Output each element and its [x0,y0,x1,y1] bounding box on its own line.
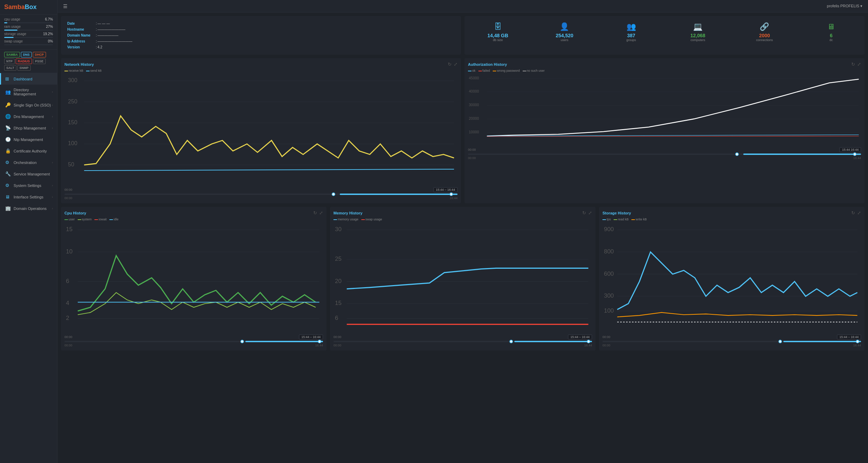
ifset-icon: 🖥 [5,194,11,199]
svg-text:6: 6 [66,278,69,284]
badge-salt[interactable]: SALT [4,65,16,71]
service-badges: SAMBA DNS DHCP NTP RADIUS PSSE SALT SNMP [0,50,57,73]
sysset-icon: ⚙ [5,183,11,188]
auth-bottom-time: 00:00 16:44 [468,156,861,160]
cpu-slider[interactable] [64,341,323,342]
cpu-slider-thumb-left[interactable] [240,340,244,343]
storage-stat-row: storage usage 19.2% [4,32,53,36]
network-legend-receive: receive kB [64,69,83,72]
info-row-version: Version : 4.2 [67,45,132,50]
nav-sso[interactable]: 🔑 Single Sign On (SSO) › [0,99,57,111]
cpu-expand-icon[interactable]: ⤢ [319,210,323,215]
info-key-domain: Domain Name [67,33,95,38]
memory-expand-icon[interactable]: ⤢ [588,210,592,215]
network-legend: receive kB send kB [64,69,458,72]
users-label: users [561,38,568,42]
memory-slider[interactable] [333,341,592,342]
network-refresh-icon[interactable]: ↻ [448,62,452,67]
badge-dhcp[interactable]: DHCP [33,52,46,57]
badge-samba[interactable]: SAMBA [4,52,20,57]
memory-slider-thumb-left[interactable] [509,340,513,343]
dbsize-icon: 🗄 [494,22,502,31]
network-slider-thumb-left[interactable] [332,193,335,196]
metric-dc: 🖥 6 dc [798,19,865,45]
nav-domops[interactable]: 🏢 Domain Operations › [0,203,57,214]
network-expand-icon[interactable]: ⤢ [454,62,458,67]
auth-slider[interactable] [468,154,861,155]
logo-box: Box [25,3,37,10]
cpu-refresh-icon[interactable]: ↻ [313,210,317,215]
svg-text:600: 600 [604,270,614,277]
storage-refresh-icon[interactable]: ↻ [851,210,855,215]
storage-chart-actions: ↻ ⤢ [851,210,861,215]
nav-ntp[interactable]: 🕐 Ntp Management [0,134,57,145]
storage-slider-thumb-left[interactable] [778,340,782,343]
cpu-bar-bg [4,22,53,23]
nav-dashboard-label: Dashboard [14,77,53,81]
network-slider-thumb-right[interactable] [450,193,453,196]
dbsize-label: db size [493,38,503,42]
badge-dns[interactable]: DNS [21,52,32,57]
user-menu[interactable]: profelis PROFELIS ▾ [827,4,862,8]
auth-chart-card: Authorization History ↻ ⤢ ok failed wron… [464,58,865,203]
network-slider[interactable] [64,194,458,195]
memory-bottom-time: 00:00 16:44 [333,344,592,347]
cpu-chart-card: Cpu History ↻ ⤢ user system iowait idle … [61,207,327,351]
network-chart-card: Network History ↻ ⤢ receive kB send kB [61,58,461,203]
cpu-slider-thumb-right[interactable] [318,340,321,343]
auth-slider-thumb-right[interactable] [853,152,857,156]
nav-ntp-label: Ntp Management [14,138,53,142]
auth-expand-icon[interactable]: ⤢ [857,62,861,67]
info-row-hostname: Hostname : ———————— [67,27,132,32]
svg-text:150: 150 [68,119,77,125]
memory-refresh-icon[interactable]: ↻ [582,210,586,215]
auth-slider-thumb-left[interactable] [735,152,739,156]
badge-ntp[interactable]: NTP [4,58,15,64]
badge-radius[interactable]: RADIUS [16,58,32,64]
auth-legend-wrongpwd: wrong password [493,69,520,72]
auth-time-bar: 00:00 15:44 16:44 [468,147,861,152]
nav-ifset[interactable]: 🖥 Interface Settings › [0,191,57,203]
nav-svcmgmt[interactable]: 🔧 Service Management [0,168,57,180]
orch-arrow: › [52,161,53,164]
nav-orch[interactable]: ⚙ Orchestration › [0,157,57,168]
memory-legend-swap: swap usage [361,218,382,221]
storage-expand-icon[interactable]: ⤢ [857,210,861,215]
info-row-ip: Ip Address : —————————— [67,39,132,44]
dhcp-arrow: › [52,126,53,130]
network-legend-send: send kB [86,69,102,72]
nav-dns[interactable]: 🌐 Dns Management › [0,111,57,122]
cpu-legend-idle: idle [109,218,118,221]
nav-ca[interactable]: 🔒 Certificate Authority [0,145,57,157]
nav-directory[interactable]: 👥 Directory Management › [0,85,57,99]
nav-sysset[interactable]: ⚙ System Settings › [0,180,57,191]
storage-slider-fill [783,341,861,342]
dns-icon: 🌐 [5,114,11,119]
groups-value: 387 [627,33,635,38]
info-key-ip: Ip Address [67,39,95,44]
storage-slider-thumb-right[interactable] [856,340,859,343]
nav-dhcp[interactable]: 📡 Dhcp Management › [0,122,57,134]
auth-refresh-icon[interactable]: ↻ [851,62,855,67]
svg-text:15: 15 [66,226,72,233]
memory-time-bar: 00:00 15:44 – 16:44 [333,335,592,339]
storage-slider[interactable] [602,341,861,342]
auth-chart-header: Authorization History ↻ ⤢ [468,62,861,67]
auth-svg: 45000 40000 30000 20000 10000 [468,74,861,146]
badge-snmp[interactable]: SNMP [17,65,31,71]
nav-dashboard[interactable]: ⊞ Dashboard [0,73,57,85]
metric-users: 👤 254,520 users [531,19,598,45]
badge-psse[interactable]: PSSE [33,58,46,64]
sso-arrow: › [52,103,53,107]
hamburger-icon[interactable]: ☰ [63,3,68,9]
cpu-chart-title: Cpu History [64,211,86,215]
directory-icon: 👥 [5,89,11,95]
storage-chart-area: 900 800 600 300 100 [602,222,861,333]
cpu-chart-actions: ↻ ⤢ [313,210,323,215]
metric-dbsize: 🗄 14,48 GB db size [464,19,531,45]
nav-items: ⊞ Dashboard 👥 Directory Management › 🔑 S… [0,73,57,463]
auth-legend-ok: ok [468,69,476,72]
memory-slider-thumb-right[interactable] [587,340,590,343]
network-chart-title: Network History [64,62,94,66]
domops-icon: 🏢 [5,206,11,211]
